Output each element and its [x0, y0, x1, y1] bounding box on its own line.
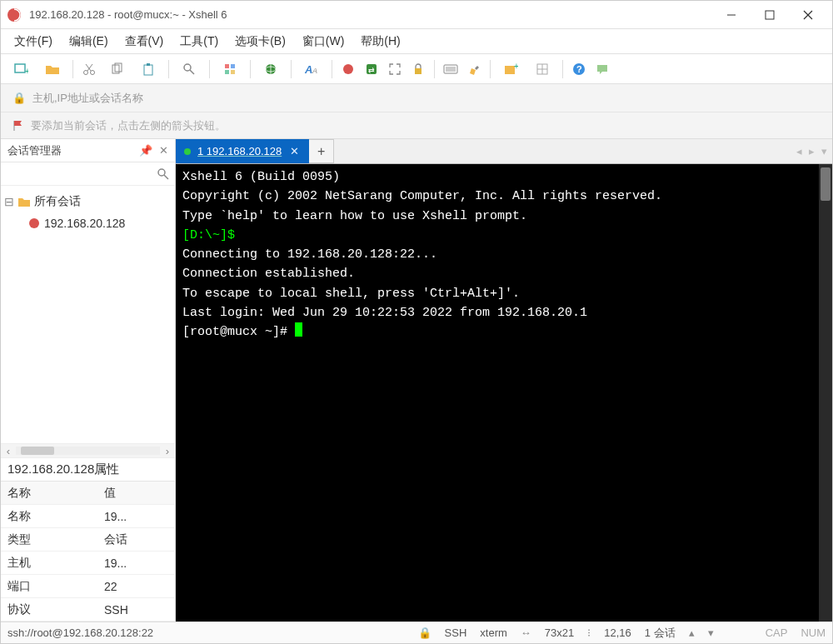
term-line: Xshell 6 (Build 0095): [182, 167, 826, 187]
tab-prev-icon[interactable]: ◂: [796, 145, 802, 157]
app-logo-icon: [6, 7, 22, 23]
menu-edit[interactable]: 编辑(E): [62, 31, 115, 52]
svg-point-7: [84, 70, 88, 74]
menu-view[interactable]: 查看(V): [118, 31, 171, 52]
search-icon[interactable]: [157, 167, 170, 181]
tab-close-icon[interactable]: ✕: [288, 145, 301, 157]
scroll-thumb[interactable]: [821, 167, 831, 201]
layout-button[interactable]: [527, 58, 557, 80]
svg-point-42: [29, 218, 39, 228]
window-title: 192.168.20.128 - root@mucx:~ - Xshell 6: [29, 8, 712, 21]
session-up-icon[interactable]: ▴: [689, 627, 695, 639]
status-connection: ssh://root@192.168.20.128:22: [7, 627, 153, 639]
tab-menu-icon[interactable]: ▾: [821, 145, 827, 157]
term-line: Type `help' to learn how to use Xshell p…: [182, 207, 826, 226]
address-placeholder: 主机,IP地址或会话名称: [32, 91, 143, 106]
copy-button[interactable]: [102, 58, 132, 80]
highlight-button[interactable]: [463, 58, 485, 80]
term-line: Connection established.: [182, 264, 826, 283]
svg-rect-20: [231, 70, 235, 74]
svg-text:?: ?: [576, 64, 582, 74]
maximize-button[interactable]: [751, 2, 789, 27]
status-size: 73x21: [545, 627, 574, 639]
menu-help[interactable]: 帮助(H): [354, 31, 407, 52]
scroll-thumb[interactable]: [21, 447, 54, 455]
xshell-button[interactable]: [337, 58, 359, 80]
hint-text: 要添加当前会话，点击左侧的箭头按钮。: [31, 118, 226, 133]
minimize-button[interactable]: [712, 2, 751, 27]
cut-button[interactable]: [78, 58, 100, 80]
col-name[interactable]: 名称: [1, 486, 101, 501]
chat-button[interactable]: [591, 58, 613, 80]
session-manager-panel: 会话管理器 📌 ✕ ⊟ 所有会话 192.168.20.128 ‹ › 192.…: [1, 139, 176, 622]
term-line: To escape to local shell, press 'Ctrl+Al…: [182, 284, 826, 303]
hint-bar: 要添加当前会话，点击左侧的箭头按钮。: [1, 112, 832, 139]
cursor-icon: [295, 322, 302, 337]
svg-rect-2: [766, 11, 774, 19]
xftp-button[interactable]: ⇄: [361, 58, 382, 80]
fullscreen-button[interactable]: [384, 58, 406, 80]
properties-title: 192.168.20.128属性: [1, 458, 175, 482]
properties-button[interactable]: [215, 58, 245, 80]
svg-point-8: [91, 70, 95, 74]
session-down-icon[interactable]: ▾: [708, 627, 714, 639]
menu-file[interactable]: 文件(F): [7, 31, 59, 52]
svg-rect-19: [225, 70, 229, 74]
session-tree: ⊟ 所有会话 192.168.20.128: [1, 186, 175, 443]
find-button[interactable]: [174, 58, 204, 80]
tab-nav: ◂ ▸ ▾: [791, 139, 832, 163]
terminal-v-scrollbar[interactable]: [819, 164, 832, 622]
svg-point-0: [7, 8, 21, 22]
svg-rect-13: [144, 65, 152, 75]
separator: [168, 60, 169, 78]
tree-session-item[interactable]: 192.168.20.128: [4, 212, 172, 234]
prop-row: 类型会话: [1, 528, 175, 552]
term-line: Last login: Wed Jun 29 10:22:53 2022 fro…: [182, 303, 826, 322]
svg-line-16: [190, 70, 194, 74]
svg-text:A: A: [304, 63, 312, 76]
lock-button[interactable]: [407, 58, 429, 80]
scroll-right-icon[interactable]: ›: [160, 445, 175, 457]
help-button[interactable]: ?: [568, 58, 590, 80]
menu-tools[interactable]: 工具(T): [173, 31, 225, 52]
address-bar[interactable]: 🔒 主机,IP地址或会话名称: [1, 84, 832, 112]
col-value[interactable]: 值: [101, 486, 175, 501]
web-button[interactable]: [256, 58, 286, 80]
addtab-button[interactable]: +: [496, 58, 526, 80]
size-icon: ↔: [521, 627, 531, 639]
pin-icon[interactable]: 📌: [139, 144, 152, 157]
open-session-button[interactable]: [37, 58, 67, 80]
status-sessions: 1 会话: [645, 626, 676, 641]
paste-button[interactable]: [133, 58, 163, 80]
new-session-button[interactable]: +: [6, 58, 36, 80]
prop-row: 端口22: [1, 575, 175, 598]
terminal[interactable]: Xshell 6 (Build 0095) Copyright (c) 2002…: [176, 164, 832, 622]
tree-root-label: 所有会话: [34, 194, 81, 209]
term-line: Connecting to 192.168.20.128:22...: [182, 245, 826, 264]
menu-window[interactable]: 窗口(W): [296, 31, 352, 52]
close-button[interactable]: [789, 2, 827, 27]
pos-icon: ⁝: [587, 627, 591, 639]
tree-root[interactable]: ⊟ 所有会话: [4, 191, 172, 212]
svg-text:+: +: [25, 67, 28, 76]
panel-title: 会话管理器: [7, 143, 62, 158]
svg-point-40: [158, 169, 165, 176]
term-shell-prompt: [root@mucx ~]#: [182, 322, 826, 342]
scroll-left-icon[interactable]: ‹: [1, 445, 16, 457]
keyboard-button[interactable]: [440, 58, 461, 80]
collapse-icon[interactable]: ⊟: [4, 195, 14, 208]
separator: [562, 60, 563, 78]
tab-next-icon[interactable]: ▸: [809, 145, 815, 157]
term-prompt: [D:\~]$: [182, 226, 826, 245]
session-icon: [27, 217, 41, 230]
status-dot-icon: [184, 148, 191, 155]
tree-h-scrollbar[interactable]: ‹ ›: [1, 443, 175, 458]
menu-tabs[interactable]: 选项卡(B): [228, 31, 292, 52]
new-tab-button[interactable]: +: [309, 139, 334, 163]
folder-icon: [17, 196, 31, 207]
font-button[interactable]: AA: [297, 58, 327, 80]
svg-text:A: A: [312, 67, 317, 75]
session-tab[interactable]: 1 192.168.20.128 ✕: [176, 139, 309, 163]
panel-close-icon[interactable]: ✕: [159, 144, 168, 157]
svg-point-26: [343, 64, 353, 74]
